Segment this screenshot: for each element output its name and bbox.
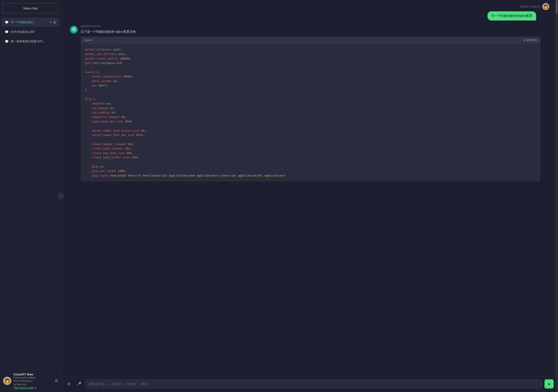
chevron-left-icon: ‹	[60, 195, 61, 198]
user-message-bubble: 写一个性能比较好的nginx配置	[488, 11, 536, 20]
code-lang-label: nginx	[84, 39, 92, 42]
chat-item-actions: ✎ 🗑	[50, 21, 56, 24]
edit-icon[interactable]: ✎	[50, 21, 52, 24]
ai-logo	[70, 26, 78, 33]
chat-bubble-icon-2: 💬	[5, 30, 9, 33]
user-timestamp: 2023/3/7 15:26:23	[520, 5, 540, 8]
ai-message-container: 2023/3/7 15:27:01 以下是一个性能比较好的 nginx 配置示例…	[66, 23, 554, 184]
chat-item-label: 写一个性能比较好...	[11, 20, 47, 24]
copy-code-button[interactable]: ⧉ 复制代码	[524, 38, 537, 42]
user-avatar-chat: 👩	[542, 3, 549, 10]
chat-list: 💬 写一个性能比较好... ✎ 🗑 💬 白开水应该怎么画? 💬 用一张表格展示美…	[0, 16, 61, 369]
source-code-link[interactable]: View Source Code ⊙	[14, 386, 53, 389]
input-area: 🗑 🎤 ➤	[61, 376, 558, 392]
microphone-button[interactable]: 🎤	[75, 380, 83, 388]
user-avatar: 👩	[3, 377, 11, 385]
main-panel: 2023/3/7 15:26:23 👩 ⋮ 写一个性能比较好的nginx配置 2…	[61, 0, 558, 392]
ai-content: 2023/3/7 15:27:01 以下是一个性能比较好的 nginx 配置示例…	[81, 25, 541, 182]
message-input[interactable]	[85, 379, 542, 389]
delete-icon: 🗑	[67, 382, 71, 386]
sidebar-footer: 👩 ChatGPT Web Forked and modified from C…	[0, 369, 61, 392]
chat-bubble-icon-3: 💬	[5, 40, 9, 43]
chat-area: 2023/3/7 15:26:23 👩 ⋮ 写一个性能比较好的nginx配置 2…	[61, 0, 558, 376]
footer-info: ChatGPT Web Forked and modified from Cha…	[14, 373, 53, 389]
openai-icon	[72, 27, 76, 32]
ai-timestamp: 2023/3/7 15:27:01	[81, 25, 541, 27]
clear-chat-button[interactable]: 🗑	[66, 380, 73, 388]
app-name: ChatGPT Web	[14, 373, 53, 376]
code-block: nginx ⧉ 复制代码 worker_processes auto; work…	[81, 37, 541, 181]
ai-intro-text: 以下是一个性能比较好的 nginx 配置示例：	[81, 29, 541, 34]
code-content: worker_processes auto; worker_cpu_affini…	[81, 44, 541, 181]
chat-item-3[interactable]: 💬 用一张表格展示美股1970...	[2, 37, 59, 46]
settings-gear-icon[interactable]: ⚙	[55, 379, 58, 383]
chat-item-label-3: 用一张表格展示美股1970...	[11, 40, 56, 43]
github-icon: ⊙	[34, 386, 36, 389]
copy-label: 复制代码	[527, 38, 537, 42]
chat-bubble-icon: 💬	[5, 20, 9, 24]
chat-item-2[interactable]: 💬 白开水应该怎么画?	[2, 27, 59, 36]
chat-item-label-2: 白开水应该怎么画?	[11, 30, 56, 34]
user-message-header: 2023/3/7 15:26:23 👩	[66, 0, 554, 11]
chat-item-1[interactable]: 💬 写一个性能比较好... ✎ 🗑	[2, 18, 59, 27]
footer-description: Forked and modified from Chanzhaoyu by W…	[14, 376, 53, 386]
mic-icon: 🎤	[77, 382, 81, 386]
new-chat-button[interactable]: New chat	[3, 3, 58, 13]
send-button[interactable]: ➤	[544, 379, 554, 389]
send-icon: ➤	[548, 382, 550, 386]
scrollbar-thumb	[556, 0, 558, 14]
copy-icon: ⧉	[524, 39, 526, 42]
code-header: nginx ⧉ 复制代码	[81, 37, 541, 44]
sidebar: New chat 💬 写一个性能比较好... ✎ 🗑 💬 白开水应该怎么画? 💬…	[0, 0, 61, 392]
delete-icon[interactable]: 🗑	[53, 21, 56, 24]
message-more-options[interactable]: ⋮	[480, 11, 485, 18]
scrollbar[interactable]	[555, 0, 558, 392]
collapse-sidebar-button[interactable]: ‹	[58, 193, 64, 199]
